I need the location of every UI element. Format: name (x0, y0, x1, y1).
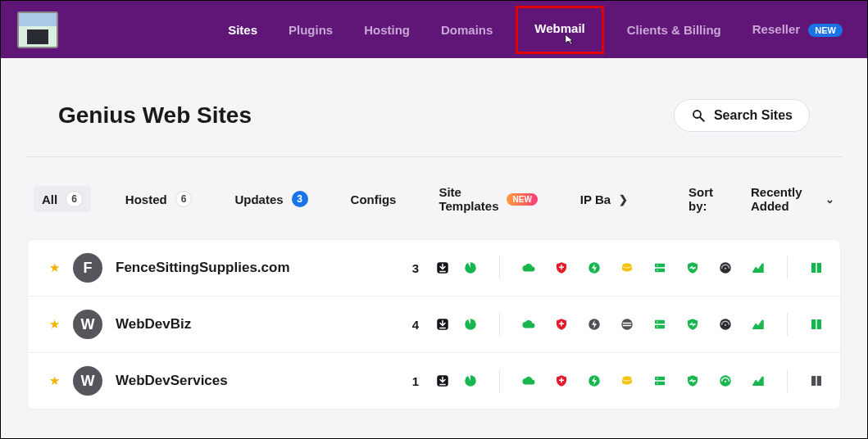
nav-plugins[interactable]: Plugins (280, 5, 341, 55)
site-avatar: W (73, 366, 102, 396)
shield-icon[interactable] (554, 373, 569, 388)
download-icon[interactable] (435, 317, 450, 332)
star-icon[interactable]: ★ (49, 373, 60, 388)
bolt-icon[interactable] (587, 373, 602, 388)
nav-reseller[interactable]: Reseller NEW (744, 4, 851, 55)
download-icon[interactable] (435, 260, 450, 275)
svg-rect-34 (655, 382, 665, 386)
shield-icon[interactable] (554, 260, 569, 275)
book-icon[interactable] (809, 373, 824, 388)
trend-icon[interactable] (751, 260, 766, 275)
nav-webmail[interactable]: Webmail (516, 6, 603, 54)
nav-domains[interactable]: Domains (433, 5, 501, 55)
svg-rect-22 (655, 325, 665, 329)
svg-rect-28 (439, 384, 446, 386)
svg-rect-15 (439, 328, 446, 329)
disk-icon[interactable] (620, 317, 634, 332)
site-row[interactable]: ★ F FenceSittingSupplies.com 3 (28, 240, 840, 296)
book-icon[interactable] (809, 260, 824, 275)
star-icon[interactable]: ★ (49, 317, 60, 332)
book-icon[interactable] (809, 317, 824, 332)
filter-configs[interactable]: Configs (343, 188, 405, 211)
filter-ip-banning-label: IP Ba (580, 192, 611, 206)
server-icon[interactable] (652, 373, 667, 388)
site-row[interactable]: ★ W WebDevServices 1 (28, 353, 840, 409)
nav-hosting[interactable]: Hosting (356, 5, 418, 55)
page-title: Genius Web Sites (58, 102, 252, 129)
filter-updates[interactable]: Updates 3 (226, 186, 316, 212)
site-name[interactable]: WebDevServices (116, 373, 399, 389)
heart-icon[interactable] (685, 373, 700, 388)
site-avatar: F (73, 253, 102, 283)
pointer-cursor-icon (560, 33, 575, 48)
filter-all[interactable]: All 6 (34, 186, 91, 212)
site-avatar: W (73, 310, 102, 339)
filter-hosted[interactable]: Hosted 6 (117, 186, 201, 212)
nav-reseller-label: Reseller (752, 22, 800, 36)
trend-icon[interactable] (751, 373, 766, 388)
site-list: ★ F FenceSittingSupplies.com 3 (27, 239, 841, 410)
cloud-icon[interactable] (521, 373, 536, 388)
svg-line-1 (700, 117, 704, 121)
filter-all-label: All (42, 192, 57, 206)
bolt-icon[interactable] (587, 260, 602, 275)
speed-icon[interactable] (463, 373, 478, 388)
shield-icon[interactable] (554, 317, 569, 332)
site-name[interactable]: FenceSittingSupplies.com (116, 260, 399, 276)
sort-by-dropdown[interactable]: Recently Added ⌄ (751, 185, 834, 213)
svg-rect-21 (655, 320, 665, 324)
filter-configs-label: Configs (351, 192, 397, 206)
server-icon[interactable] (652, 260, 667, 275)
filter-bar: All 6 Hosted 6 Updates 3 Configs Site Te… (25, 180, 843, 239)
row-separator (499, 313, 500, 336)
svg-rect-33 (655, 377, 665, 381)
svg-point-23 (657, 321, 658, 323)
svg-rect-19 (623, 323, 632, 324)
gauge-icon[interactable] (718, 260, 733, 275)
svg-point-35 (657, 378, 658, 379)
svg-point-13 (725, 268, 726, 269)
speed-icon[interactable] (463, 260, 478, 275)
search-sites-button[interactable]: Search Sites (674, 99, 810, 132)
nav-clients-billing[interactable]: Clients & Billing (619, 5, 729, 55)
sort-by-label: Sort by: (688, 185, 725, 213)
row-separator (787, 369, 788, 392)
svg-point-11 (657, 269, 658, 271)
bolt-icon[interactable] (587, 317, 602, 332)
cloud-icon[interactable] (521, 317, 536, 332)
download-icon[interactable] (435, 373, 450, 388)
gauge-icon[interactable] (718, 317, 733, 332)
site-row[interactable]: ★ W WebDevBiz 4 (28, 296, 840, 353)
svg-point-18 (621, 319, 633, 330)
trend-icon[interactable] (751, 317, 766, 332)
filter-site-templates[interactable]: Site Templates NEW (430, 180, 545, 218)
svg-point-10 (657, 265, 658, 266)
site-name[interactable]: WebDevBiz (116, 316, 399, 333)
disk-icon[interactable] (620, 260, 634, 275)
server-icon[interactable] (652, 317, 667, 332)
svg-rect-20 (623, 325, 632, 327)
app-logo[interactable] (17, 11, 58, 48)
search-label: Search Sites (714, 108, 793, 123)
sort-by-value: Recently Added (751, 185, 819, 213)
row-separator (787, 256, 788, 279)
filter-hosted-count: 6 (175, 191, 193, 207)
new-badge-small: NEW (507, 193, 537, 206)
svg-point-36 (657, 382, 658, 384)
heart-icon[interactable] (685, 260, 700, 275)
filter-updates-label: Updates (234, 192, 283, 206)
svg-rect-3 (439, 271, 446, 273)
star-icon[interactable]: ★ (49, 260, 60, 275)
filter-ip-banning[interactable]: IP Ba ❯ (572, 188, 636, 211)
gauge-icon[interactable] (718, 373, 733, 388)
divider (25, 156, 843, 157)
disk-icon[interactable] (620, 373, 634, 388)
svg-point-26 (725, 324, 726, 326)
cloud-icon[interactable] (521, 260, 536, 275)
nav-sites[interactable]: Sites (220, 5, 266, 55)
search-icon (691, 108, 706, 123)
speed-icon[interactable] (463, 317, 478, 332)
update-count: 4 (412, 318, 419, 332)
chevron-right-icon: ❯ (619, 193, 628, 206)
heart-icon[interactable] (685, 317, 700, 332)
